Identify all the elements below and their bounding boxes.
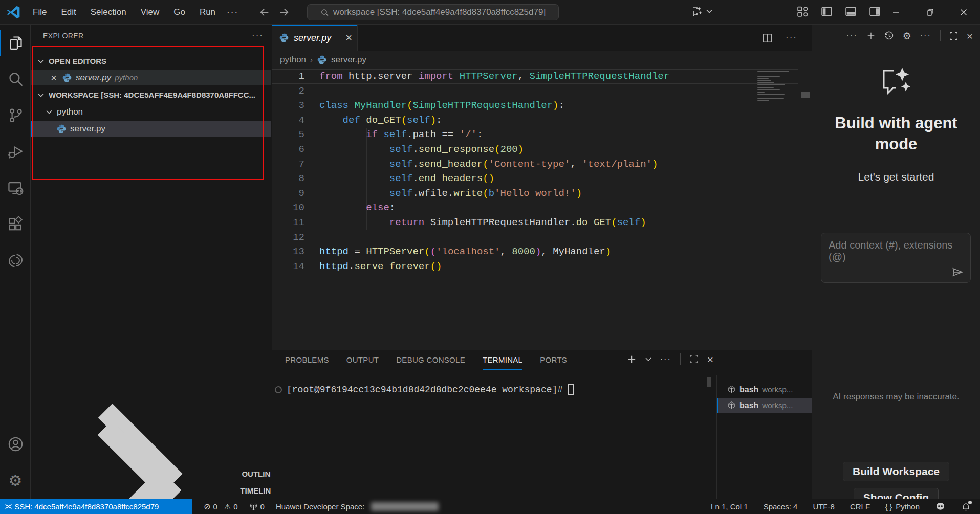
- explorer-icon[interactable]: [0, 25, 31, 61]
- close-chat-icon[interactable]: ×: [967, 31, 973, 41]
- editor-more-actions-icon[interactable]: ···: [786, 33, 797, 43]
- remote-explorer-icon[interactable]: [0, 170, 31, 206]
- cursor-position[interactable]: Ln 1, Col 1: [711, 502, 748, 511]
- huawei-cloud-icon[interactable]: [0, 242, 31, 279]
- eol-sequence[interactable]: CRLF: [850, 502, 870, 511]
- chat-views-more-icon[interactable]: ···: [846, 31, 858, 40]
- tab-close-icon[interactable]: ×: [345, 31, 352, 44]
- code-line-1[interactable]: 1from http.server import HTTPServer, Sim…: [272, 69, 798, 84]
- editor-scrollbar[interactable]: [798, 68, 812, 350]
- menu-bar: FileEditSelectionViewGoRun: [27, 5, 222, 20]
- code-line-11[interactable]: 11 return SimpleHTTPRequestHandler.do_GE…: [272, 215, 798, 230]
- chat-input-box[interactable]: [821, 233, 971, 283]
- workspace-section-header[interactable]: WORKSPACE [SSH: 4DCE5AFF4E9A4F8D8370A8FF…: [31, 87, 271, 103]
- code-line-14[interactable]: 14httpd.serve_forever(): [272, 259, 798, 274]
- huawei-status[interactable]: Huawei Developer Space:: [276, 502, 439, 511]
- menu-view[interactable]: View: [135, 5, 166, 20]
- folder-item-python[interactable]: python: [31, 104, 271, 120]
- panel-tab-terminal[interactable]: TERMINAL: [483, 350, 522, 370]
- chat-more-actions-icon[interactable]: ···: [920, 31, 931, 40]
- terminal-scrollbar-thumb[interactable]: [707, 377, 711, 387]
- code-line-4[interactable]: 4 def do_GET(self):: [272, 113, 798, 128]
- panel-tab-problems[interactable]: PROBLEMS: [285, 350, 329, 370]
- timeline-section-header[interactable]: TIMELINE: [31, 482, 271, 499]
- breadcrumb-file[interactable]: server.py: [331, 55, 366, 65]
- chat-history-icon[interactable]: [884, 31, 894, 41]
- code-line-2[interactable]: 2: [272, 84, 798, 99]
- explorer-more-actions[interactable]: ···: [252, 31, 264, 41]
- encoding[interactable]: UTF-8: [813, 502, 835, 511]
- notifications-bell[interactable]: [961, 502, 971, 511]
- restore-button[interactable]: [913, 0, 947, 25]
- menu-edit[interactable]: Edit: [55, 5, 82, 20]
- ports-status[interactable]: 0: [249, 502, 265, 511]
- code-line-6[interactable]: 6 self.send_response(200): [272, 142, 798, 157]
- menu-selection[interactable]: Selection: [84, 5, 133, 20]
- terminal-dropdown-chevron-icon[interactable]: [645, 357, 651, 362]
- maximize-panel-icon[interactable]: [689, 354, 699, 364]
- problems-status[interactable]: ⊘ 0 ⚠ 0: [204, 502, 238, 511]
- command-decoration-icon[interactable]: [275, 386, 282, 393]
- terminal-list-item-2[interactable]: $bashworksp...: [717, 398, 812, 413]
- run-and-debug-icon[interactable]: [0, 133, 31, 170]
- editor-scrollbar-thumb[interactable]: [801, 92, 810, 98]
- toggle-primary-sidebar-icon[interactable]: [820, 5, 833, 18]
- menu-go[interactable]: Go: [167, 5, 191, 20]
- customize-layout-icon[interactable]: [796, 5, 809, 18]
- terminal-desc: worksp...: [762, 401, 793, 410]
- menu-run[interactable]: Run: [193, 5, 222, 20]
- account-icon[interactable]: [0, 426, 31, 462]
- minimap[interactable]: [755, 68, 798, 135]
- new-chat-icon[interactable]: [866, 31, 876, 40]
- copilot-status-icon[interactable]: [935, 501, 946, 512]
- search-view-icon[interactable]: [0, 61, 31, 97]
- indentation[interactable]: Spaces: 4: [764, 502, 798, 511]
- source-control-icon[interactable]: [0, 97, 31, 133]
- terminal-content[interactable]: [root@9f6194cc13c94b1d8d42d8dbc2c0ee4e w…: [272, 377, 706, 499]
- toggle-panel-icon[interactable]: [844, 5, 857, 18]
- chat-settings-gear-icon[interactable]: ⚙: [903, 31, 911, 41]
- code-line-13[interactable]: 13httpd = HTTPServer(('localhost', 8000)…: [272, 244, 798, 259]
- command-center-text: workspace [SSH: 4dce5aff4e9a4f8d8370a8ff…: [333, 7, 546, 17]
- forward-arrow-icon[interactable]: [278, 7, 290, 18]
- file-item-serverpy[interactable]: server.py: [31, 121, 271, 137]
- chat-input-field[interactable]: [829, 239, 963, 262]
- panel-tab-output[interactable]: OUTPUT: [346, 350, 379, 370]
- code-line-9[interactable]: 9 self.wfile.write(b'Hello world!'): [272, 186, 798, 201]
- extensions-icon[interactable]: [0, 206, 31, 242]
- panel-tab-ports[interactable]: PORTS: [540, 350, 567, 370]
- split-editor-icon[interactable]: [761, 32, 773, 44]
- open-editors-header[interactable]: OPEN EDITORS: [31, 53, 271, 69]
- panel-tab-debug-console[interactable]: DEBUG CONSOLE: [396, 350, 465, 370]
- copilot-menu-button[interactable]: [691, 5, 712, 17]
- code-line-12[interactable]: 12: [272, 230, 798, 245]
- settings-gear-icon[interactable]: ⚙: [0, 462, 31, 499]
- code-line-3[interactable]: 3class MyHandler(SimpleHTTPRequestHandle…: [272, 98, 798, 113]
- code-line-5[interactable]: 5 if self.path == '/':: [272, 127, 798, 142]
- terminal-list-item-1[interactable]: $bashworksp...: [717, 382, 812, 397]
- remote-indicator[interactable]: >< SSH: 4dce5aff4e9a4f8d8370a8ffcc825d79: [0, 499, 192, 514]
- menu-file[interactable]: File: [27, 5, 53, 20]
- breadcrumb[interactable]: python › server.py: [272, 51, 812, 68]
- close-window-button[interactable]: [947, 0, 980, 25]
- command-center-search[interactable]: workspace [SSH: 4dce5aff4e9a4f8d8370a8ff…: [307, 4, 559, 20]
- minimize-button[interactable]: [879, 0, 913, 25]
- back-arrow-icon[interactable]: [259, 7, 270, 18]
- code-line-7[interactable]: 7 self.send_header('Content-type', 'text…: [272, 157, 798, 172]
- tab-serverpy[interactable]: server.py ×: [272, 25, 358, 51]
- build-workspace-button[interactable]: Build Workspace: [843, 462, 949, 481]
- maximize-chat-icon[interactable]: [949, 32, 958, 40]
- new-terminal-icon[interactable]: [627, 354, 637, 364]
- menu-overflow-button[interactable]: ···: [222, 5, 244, 20]
- close-panel-icon[interactable]: ×: [707, 354, 713, 365]
- open-editor-item-serverpy[interactable]: × server.py python: [31, 70, 271, 85]
- breadcrumb-folder[interactable]: python: [280, 55, 306, 65]
- code-line-8[interactable]: 8 self.end_headers(): [272, 171, 798, 186]
- close-editor-icon[interactable]: ×: [49, 73, 58, 83]
- panel-more-actions-icon[interactable]: ···: [660, 354, 671, 364]
- search-icon: [320, 8, 329, 17]
- code-line-10[interactable]: 10 else:: [272, 200, 798, 215]
- send-icon[interactable]: [952, 266, 964, 278]
- language-mode[interactable]: { } Python: [885, 502, 920, 511]
- code-editor[interactable]: 1from http.server import HTTPServer, Sim…: [272, 68, 812, 350]
